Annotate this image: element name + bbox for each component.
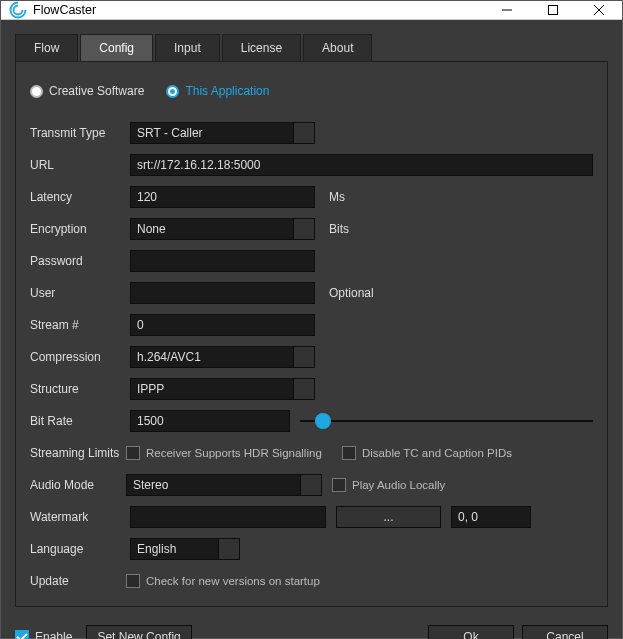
config-form: Transmit Type SRT - Caller URL srt://172… — [30, 122, 593, 592]
footer: Enable Set New Config Ok Cancel — [1, 617, 622, 639]
tab-config[interactable]: Config — [80, 34, 153, 61]
checkbox-play-audio-label: Play Audio Locally — [352, 479, 445, 491]
language-select[interactable]: English — [130, 538, 240, 560]
mode-radio-group: Creative Software This Application — [30, 84, 593, 98]
checkbox-disable-tc[interactable] — [342, 446, 356, 460]
checkbox-disable-tc-label: Disable TC and Caption PIDs — [362, 447, 512, 459]
bitrate-input[interactable]: 1500 — [130, 410, 290, 432]
label-structure: Structure — [30, 382, 120, 396]
enable-toggle[interactable]: Enable — [15, 630, 72, 639]
user-suffix: Optional — [329, 286, 374, 300]
stream-input[interactable]: 0 — [130, 314, 315, 336]
svg-line-3 — [594, 5, 604, 15]
checkbox-check-updates[interactable] — [126, 574, 140, 588]
label-password: Password — [30, 254, 120, 268]
cancel-button[interactable]: Cancel — [522, 625, 608, 639]
set-new-config-button[interactable]: Set New Config — [86, 625, 191, 639]
slider-track — [300, 420, 593, 422]
url-input[interactable]: srt://172.16.12.18:5000 — [130, 154, 593, 176]
tab-bar: Flow Config Input License About — [15, 34, 608, 62]
enable-label: Enable — [35, 630, 72, 639]
audio-mode-select[interactable]: Stereo — [126, 474, 322, 496]
radio-icon — [30, 85, 43, 98]
tab-about[interactable]: About — [303, 34, 372, 61]
radio-this-application[interactable]: This Application — [166, 84, 269, 98]
enable-checkbox[interactable] — [15, 630, 29, 639]
radio-creative-software[interactable]: Creative Software — [30, 84, 144, 98]
checkbox-hdr-signalling[interactable] — [126, 446, 140, 460]
label-audio-mode: Audio Mode — [30, 478, 120, 492]
window: FlowCaster Flow Config Input License Abo… — [0, 0, 623, 639]
structure-select[interactable]: IPPP — [130, 378, 315, 400]
config-panel: Creative Software This Application Trans… — [15, 62, 608, 607]
tab-input[interactable]: Input — [155, 34, 220, 61]
tab-flow[interactable]: Flow — [15, 34, 78, 61]
radio-label: Creative Software — [49, 84, 144, 98]
svg-rect-1 — [549, 6, 558, 15]
checkbox-check-updates-label: Check for new versions on startup — [146, 575, 320, 587]
compression-select[interactable]: h.264/AVC1 — [130, 346, 315, 368]
encryption-suffix: Bits — [329, 222, 349, 236]
label-compression: Compression — [30, 350, 120, 364]
latency-suffix: Ms — [329, 190, 345, 204]
ok-button[interactable]: Ok — [428, 625, 514, 639]
watermark-coords-input[interactable]: 0, 0 — [451, 506, 531, 528]
window-title: FlowCaster — [33, 3, 484, 17]
minimize-button[interactable] — [484, 1, 530, 19]
label-update: Update — [30, 574, 120, 588]
password-input[interactable] — [130, 250, 315, 272]
watermark-input[interactable] — [130, 506, 326, 528]
label-latency: Latency — [30, 190, 120, 204]
label-transmit-type: Transmit Type — [30, 126, 120, 140]
slider-thumb[interactable] — [315, 413, 331, 429]
close-button[interactable] — [576, 1, 622, 19]
label-bitrate: Bit Rate — [30, 414, 120, 428]
svg-line-2 — [594, 5, 604, 15]
user-input[interactable] — [130, 282, 315, 304]
transmit-type-select[interactable]: SRT - Caller — [130, 122, 315, 144]
label-user: User — [30, 286, 120, 300]
checkbox-hdr-label: Receiver Supports HDR Signalling — [146, 447, 336, 459]
maximize-button[interactable] — [530, 1, 576, 19]
radio-icon — [166, 85, 179, 98]
app-logo-icon — [9, 1, 27, 19]
bitrate-slider[interactable] — [300, 410, 593, 432]
titlebar: FlowCaster — [1, 1, 622, 20]
latency-input[interactable]: 120 — [130, 186, 315, 208]
label-stream: Stream # — [30, 318, 120, 332]
label-encryption: Encryption — [30, 222, 120, 236]
tab-license[interactable]: License — [222, 34, 301, 61]
body: Flow Config Input License About Creative… — [1, 20, 622, 617]
label-watermark: Watermark — [30, 510, 120, 524]
encryption-select[interactable]: None — [130, 218, 315, 240]
radio-label: This Application — [185, 84, 269, 98]
label-url: URL — [30, 158, 120, 172]
checkbox-play-audio-locally[interactable] — [332, 478, 346, 492]
watermark-browse-button[interactable]: ... — [336, 506, 441, 528]
label-streaming-limits: Streaming Limits — [30, 446, 120, 460]
label-language: Language — [30, 542, 120, 556]
